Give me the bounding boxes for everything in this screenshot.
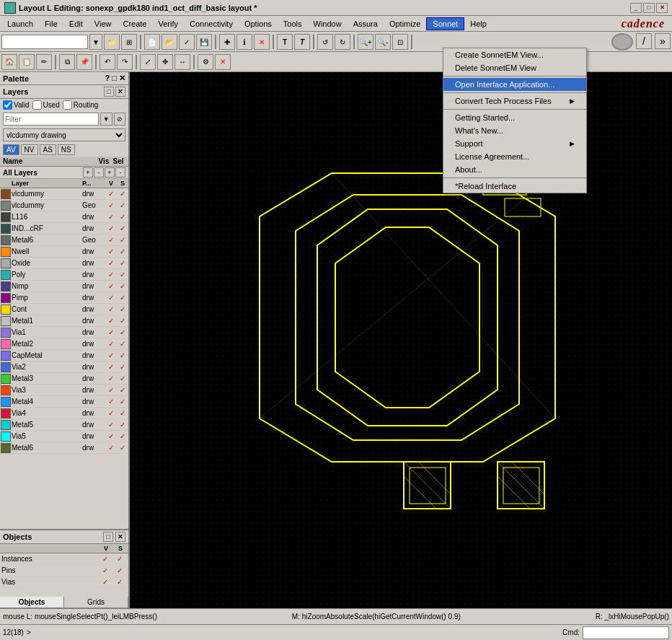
menu-license[interactable]: License Agreement...	[443, 150, 586, 163]
menu-assura[interactable]: Assura	[348, 18, 384, 30]
tab-objects[interactable]: Objects	[0, 597, 64, 608]
layer-row[interactable]: vlcdummy Geo ✓ ✓	[0, 200, 128, 211]
routing-checkbox-label[interactable]: Routing	[63, 100, 98, 110]
menu-options[interactable]: Options	[239, 18, 278, 30]
menu-view[interactable]: View	[89, 18, 118, 30]
routing-checkbox[interactable]	[63, 100, 72, 110]
tab-as[interactable]: AS	[40, 144, 56, 155]
menu-whats-new[interactable]: What's New...	[443, 124, 586, 137]
tb-x-btn[interactable]: ✕	[254, 34, 270, 50]
menu-verify[interactable]: Verify	[152, 18, 184, 30]
tb-fit-btn[interactable]: ⊡	[392, 34, 408, 50]
menu-about[interactable]: About...	[443, 163, 586, 176]
used-checkbox-label[interactable]: Used	[32, 100, 60, 110]
layer-row[interactable]: Via1 drw ✓ ✓	[0, 327, 128, 338]
menu-window[interactable]: Window	[308, 18, 348, 30]
tb2-move-btn[interactable]: ✥	[157, 54, 173, 70]
filter-action-btn[interactable]: ⊘	[114, 113, 126, 126]
menu-tools[interactable]: Tools	[278, 18, 308, 30]
tb-line-btn[interactable]: /	[636, 33, 652, 49]
tb2-undo-btn[interactable]: ↶	[100, 54, 115, 70]
tb-rotate2-btn[interactable]: ↻	[335, 34, 350, 50]
used-checkbox[interactable]	[32, 100, 42, 110]
all-sel-minus-btn[interactable]: -	[115, 167, 125, 177]
obj-row-pins[interactable]: Pins ✓ ✓	[0, 565, 128, 577]
menu-file[interactable]: File	[39, 18, 63, 30]
tb-t1-btn[interactable]: T	[277, 34, 293, 50]
layer-row[interactable]: L116 drw ✓ ✓	[0, 211, 128, 223]
tab-nv[interactable]: NV	[21, 144, 38, 155]
tb-new-btn[interactable]: 📄	[144, 34, 160, 50]
all-vis-minus-btn[interactable]: -	[94, 167, 104, 177]
menu-open-interface[interactable]: Open Interface Application...	[443, 78, 586, 91]
tb-t2-btn[interactable]: T	[294, 34, 310, 50]
palette-help-btn[interactable]: ?	[105, 74, 110, 82]
menu-sonnet[interactable]: Sonnet	[426, 17, 464, 30]
layer-row[interactable]: Metal2 drw ✓ ✓	[0, 338, 128, 350]
palette-close-btn[interactable]: ✕	[119, 74, 125, 82]
tb-save-btn[interactable]: ✓	[179, 34, 195, 50]
tb2-paste-btn[interactable]: 📌	[76, 54, 92, 70]
obj-row-vias[interactable]: Vias ✓ ✓	[0, 577, 128, 588]
toolbar-input[interactable]	[1, 35, 88, 49]
menu-connectivity[interactable]: Connectivity	[184, 18, 239, 30]
tb-btn2[interactable]: ⊞	[121, 34, 137, 50]
palette-float-btn[interactable]: □	[112, 74, 117, 82]
maximize-button[interactable]: □	[643, 3, 655, 13]
close-button[interactable]: ✕	[656, 3, 668, 13]
layer-row[interactable]: vlcdummy drw ✓ ✓	[0, 188, 128, 200]
layer-row[interactable]: Metal4 drw ✓ ✓	[0, 396, 128, 408]
menu-create[interactable]: Create	[117, 18, 152, 30]
tb-dropdown-btn[interactable]: ▼	[89, 34, 102, 50]
layer-row[interactable]: IND...cRF drw ✓ ✓	[0, 223, 128, 234]
tab-ns[interactable]: NS	[58, 144, 75, 155]
tb2-stretch-btn[interactable]: ↔	[174, 54, 190, 70]
tb2-redo-btn[interactable]: ↷	[117, 54, 133, 70]
layer-row[interactable]: Via3 drw ✓ ✓	[0, 385, 128, 396]
tb2-btn3[interactable]: ✏	[36, 54, 52, 70]
tb2-select-btn[interactable]: ⤢	[140, 54, 156, 70]
layer-row[interactable]: Oxide drw ✓ ✓	[0, 258, 128, 269]
cmd-input[interactable]	[583, 626, 669, 639]
layer-row[interactable]: Via2 drw ✓ ✓	[0, 361, 128, 373]
layer-row[interactable]: Metal6 drw ✓ ✓	[0, 442, 128, 454]
layer-row[interactable]: Nimp drw ✓ ✓	[0, 281, 128, 292]
tb2-copy-btn[interactable]: ⧉	[59, 54, 75, 70]
main-canvas[interactable]: conn	[130, 72, 672, 608]
layers-close-btn[interactable]: ✕	[115, 87, 125, 97]
tb-more-btn[interactable]: »	[655, 33, 671, 49]
layers-float-btn[interactable]: □	[104, 87, 114, 97]
layer-row[interactable]: Nwell drw ✓ ✓	[0, 246, 128, 258]
layer-row[interactable]: Via4 drw ✓ ✓	[0, 408, 128, 419]
valid-checkbox-label[interactable]: Valid	[3, 100, 30, 110]
layer-row[interactable]: CapMetal drw ✓ ✓	[0, 350, 128, 361]
tb-cross-btn[interactable]: ✚	[219, 34, 235, 50]
layer-row[interactable]: Metal1 drw ✓ ✓	[0, 315, 128, 327]
layer-row[interactable]: Via5 drw ✓ ✓	[0, 431, 128, 442]
layer-list-container[interactable]: Layer P... V S vlcdummy drw ✓ ✓ vlcdummy…	[0, 179, 128, 529]
menu-help[interactable]: Help	[464, 18, 492, 30]
tb2-prop-btn[interactable]: ⚙	[198, 54, 213, 70]
menu-create-sonnetem[interactable]: Create SonnetEM View...	[443, 48, 586, 61]
valid-checkbox[interactable]	[3, 100, 12, 110]
layer-row[interactable]: Metal6 Geo ✓ ✓	[0, 234, 128, 246]
tb-info-btn[interactable]: ℹ	[236, 34, 252, 50]
all-vis-plus-btn[interactable]: +	[83, 167, 93, 177]
layer-filter-input[interactable]	[3, 113, 99, 126]
tb-browse-btn[interactable]: 📁	[104, 34, 120, 50]
menu-convert-tech[interactable]: Convert Tech Process Files ▶	[443, 95, 586, 108]
tb-save2-btn[interactable]: 💾	[196, 34, 212, 50]
objects-float-btn[interactable]: □	[103, 532, 113, 542]
tab-grids[interactable]: Grids	[64, 597, 128, 608]
tab-av[interactable]: AV	[3, 144, 19, 155]
canvas-area[interactable]: conn	[130, 72, 672, 608]
layer-row[interactable]: Pimp drw ✓ ✓	[0, 292, 128, 304]
layer-row[interactable]: Poly drw ✓ ✓	[0, 269, 128, 281]
menu-launch[interactable]: Launch	[1, 18, 39, 30]
filter-dropdown-btn[interactable]: ▼	[100, 113, 112, 126]
tb2-btn2[interactable]: 📋	[19, 54, 35, 70]
minimize-button[interactable]: _	[630, 3, 642, 13]
layer-row[interactable]: Cont drw ✓ ✓	[0, 304, 128, 315]
menu-reload[interactable]: *Reload Interface	[443, 180, 586, 193]
menu-support[interactable]: Support ▶	[443, 137, 586, 150]
